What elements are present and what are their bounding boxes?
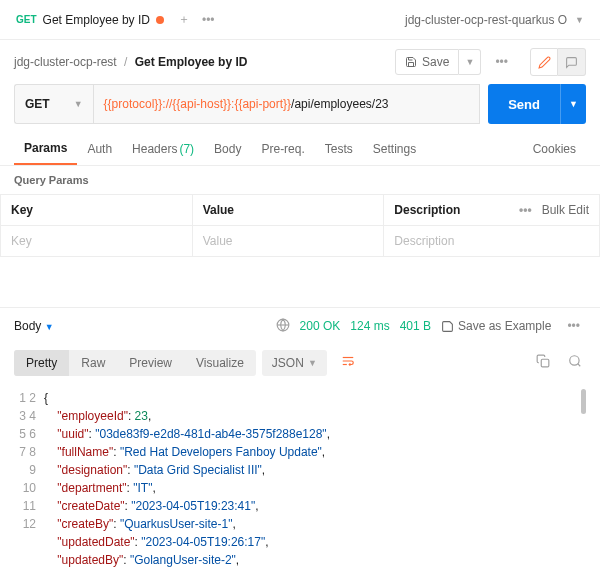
breadcrumb-parent[interactable]: jdg-cluster-ocp-rest [14, 55, 117, 69]
view-visualize[interactable]: Visualize [184, 350, 256, 376]
status-code: 200 OK [300, 319, 341, 333]
send-button[interactable]: Send [488, 84, 560, 124]
network-icon[interactable] [276, 318, 290, 335]
save-icon [441, 320, 454, 333]
response-view-selector[interactable]: Body ▼ [14, 319, 54, 333]
svg-rect-4 [541, 359, 549, 367]
chevron-down-icon: ▼ [465, 57, 474, 67]
svg-line-6 [578, 364, 581, 367]
query-params-heading: Query Params [0, 166, 600, 194]
request-tabs: Params Auth Headers (7) Body Pre-req. Te… [0, 132, 600, 166]
table-input-row: Key Value Description [1, 226, 600, 257]
code-lines: { "employeeId": 23, "uuid": "03de83f9-e2… [44, 389, 586, 569]
tab-body[interactable]: Body [204, 132, 251, 165]
pencil-icon [538, 56, 551, 69]
breadcrumb: jdg-cluster-ocp-rest / Get Employee by I… [14, 55, 247, 69]
comments-button[interactable] [558, 48, 586, 76]
tab-params[interactable]: Params [14, 132, 77, 165]
new-tab-button[interactable]: ＋ [172, 11, 196, 28]
chevron-down-icon: ▼ [569, 99, 578, 109]
url-variable: {{protocol}}://{{api-host}}:{{api-port}} [104, 97, 292, 111]
url-input[interactable]: {{protocol}}://{{api-host}}:{{api-port}}… [93, 84, 481, 124]
response-time: 124 ms [350, 319, 389, 333]
svg-point-5 [570, 356, 579, 365]
view-raw[interactable]: Raw [69, 350, 117, 376]
table-header-row: Key Value Description ••• Bulk Edit [1, 195, 600, 226]
tab-prereq[interactable]: Pre-req. [251, 132, 314, 165]
chevron-down-icon: ▼ [575, 15, 584, 25]
globe-icon [276, 318, 290, 332]
chevron-down-icon: ▼ [45, 322, 54, 332]
url-path: /api/employees/23 [291, 97, 388, 111]
documentation-edit-button[interactable] [530, 48, 558, 76]
value-header: Value [192, 195, 384, 226]
description-header: Description ••• Bulk Edit [384, 195, 600, 226]
tab-tests[interactable]: Tests [315, 132, 363, 165]
environment-name: jdg-cluster-ocp-rest-quarkus O [405, 13, 567, 27]
format-selector[interactable]: JSON ▼ [262, 350, 327, 376]
view-mode-tabs: Pretty Raw Preview Visualize [14, 350, 256, 376]
key-header: Key [1, 195, 193, 226]
more-actions-button[interactable]: ••• [489, 55, 514, 69]
scrollbar-indicator[interactable] [581, 389, 586, 414]
response-more-button[interactable]: ••• [561, 319, 586, 333]
tab-settings[interactable]: Settings [363, 132, 426, 165]
bulk-edit-link[interactable]: Bulk Edit [542, 203, 589, 217]
header-row: jdg-cluster-ocp-rest / Get Employee by I… [0, 40, 600, 84]
value-input[interactable]: Value [192, 226, 384, 257]
line-gutter: 1 2 3 4 5 6 7 8 9 10 11 12 [14, 389, 44, 569]
save-button-group: Save ▼ [395, 49, 481, 75]
cookies-link[interactable]: Cookies [523, 132, 586, 165]
description-input[interactable]: Description [384, 226, 600, 257]
tab-headers[interactable]: Headers (7) [122, 132, 204, 165]
send-dropdown-button[interactable]: ▼ [560, 84, 586, 124]
request-tab[interactable]: GET Get Employee by ID [8, 0, 172, 39]
comment-icon [565, 56, 578, 69]
save-icon [405, 56, 417, 68]
response-size: 401 B [400, 319, 431, 333]
method-selector[interactable]: GET ▼ [14, 84, 93, 124]
response-body-code[interactable]: 1 2 3 4 5 6 7 8 9 10 11 12 { "employeeId… [14, 389, 586, 569]
response-view-row: Pretty Raw Preview Visualize JSON ▼ [0, 344, 600, 381]
environment-selector[interactable]: jdg-cluster-ocp-rest-quarkus O ▼ [397, 13, 592, 27]
tab-title: Get Employee by ID [43, 13, 150, 27]
save-example-button[interactable]: Save as Example [441, 319, 551, 333]
search-icon [568, 354, 582, 368]
copy-button[interactable] [536, 354, 550, 371]
copy-icon [536, 354, 550, 368]
chevron-down-icon: ▼ [74, 99, 83, 109]
params-table: Key Value Description ••• Bulk Edit Key … [0, 194, 600, 257]
response-panel: Body ▼ 200 OK 124 ms 401 B Save as Examp… [0, 307, 600, 569]
search-button[interactable] [568, 354, 582, 371]
unsaved-indicator-icon [156, 16, 164, 24]
view-preview[interactable]: Preview [117, 350, 184, 376]
wrap-icon [341, 354, 355, 368]
tab-method: GET [16, 14, 37, 25]
tab-auth[interactable]: Auth [77, 132, 122, 165]
tab-overflow-button[interactable]: ••• [196, 13, 221, 27]
key-input[interactable]: Key [1, 226, 193, 257]
save-button[interactable]: Save [395, 49, 459, 75]
top-tab-bar: GET Get Employee by ID ＋ ••• jdg-cluster… [0, 0, 600, 40]
breadcrumb-current: Get Employee by ID [135, 55, 248, 69]
response-header-row: Body ▼ 200 OK 124 ms 401 B Save as Examp… [0, 308, 600, 344]
request-row: GET ▼ {{protocol}}://{{api-host}}:{{api-… [14, 84, 586, 124]
view-pretty[interactable]: Pretty [14, 350, 69, 376]
save-dropdown-button[interactable]: ▼ [459, 49, 481, 75]
method-value: GET [25, 97, 50, 111]
chevron-down-icon: ▼ [308, 358, 317, 368]
column-options-button[interactable]: ••• [519, 203, 532, 217]
line-wrap-button[interactable] [333, 348, 363, 377]
